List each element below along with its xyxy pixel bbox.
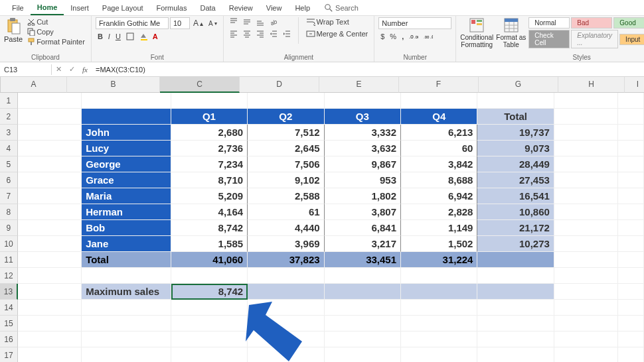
name-Bob[interactable]: Bob [82, 220, 171, 236]
cell-A6[interactable] [18, 172, 82, 188]
font-color-button[interactable]: A [151, 32, 160, 41]
max-sales-label[interactable]: Maximum sales [82, 284, 171, 300]
cell-H13[interactable] [554, 284, 618, 300]
cell-F7[interactable]: 6,942 [401, 188, 477, 204]
row-header-8[interactable]: 8 [0, 204, 18, 220]
cell-A10[interactable] [18, 236, 82, 252]
cell-C8[interactable]: 4,164 [171, 204, 248, 220]
cell-C4[interactable]: 2,736 [171, 141, 248, 156]
increase-indent-button[interactable] [281, 29, 293, 38]
tab-formulas[interactable]: Formulas [150, 1, 194, 15]
col-header-B[interactable]: B [67, 77, 160, 93]
cell-H14[interactable] [554, 300, 618, 316]
header-q3[interactable]: Q3 [325, 109, 401, 125]
cell-F8[interactable]: 2,828 [401, 204, 477, 220]
cell-B17[interactable] [82, 347, 171, 362]
cell-G5[interactable]: 28,449 [477, 156, 554, 172]
cell-D17[interactable] [248, 347, 324, 362]
row-header-14[interactable]: 14 [0, 300, 18, 316]
tab-data[interactable]: Data [193, 1, 222, 15]
row-header-6[interactable]: 6 [0, 172, 18, 188]
cell-A3[interactable] [18, 125, 82, 141]
align-left-button[interactable] [228, 29, 240, 38]
cell-A16[interactable] [18, 332, 82, 347]
align-right-button[interactable] [254, 29, 266, 38]
cell-A11[interactable] [18, 252, 82, 268]
cell-D10[interactable]: 3,969 [248, 236, 324, 252]
cell-F4[interactable]: 60 [401, 141, 477, 156]
cell-I11[interactable] [618, 252, 644, 268]
fill-color-button[interactable] [137, 32, 149, 41]
cancel-formula-button[interactable]: ✕ [52, 65, 65, 74]
totals-label[interactable]: Total [82, 252, 171, 268]
tab-insert[interactable]: Insert [64, 1, 96, 15]
cell-A17[interactable] [18, 347, 82, 362]
cell-E14[interactable] [325, 300, 401, 316]
name-Maria[interactable]: Maria [82, 188, 171, 204]
cell-E8[interactable]: 3,807 [325, 204, 401, 220]
cell-G12[interactable] [477, 268, 554, 284]
cell-D3[interactable]: 7,512 [248, 125, 324, 141]
cell-E15[interactable] [325, 316, 401, 332]
style-good[interactable]: Good [613, 17, 644, 29]
tab-home[interactable]: Home [31, 1, 64, 15]
cell-B12[interactable] [82, 268, 171, 284]
cell-A12[interactable] [18, 268, 82, 284]
cell-H6[interactable] [554, 172, 618, 188]
cell-C15[interactable] [171, 316, 248, 332]
cell-H5[interactable] [554, 156, 618, 172]
percent-button[interactable]: % [388, 32, 398, 41]
cell-C17[interactable] [171, 347, 248, 362]
header-q4[interactable]: Q4 [401, 109, 477, 125]
cell-E3[interactable]: 3,332 [325, 125, 401, 141]
merge-center-button[interactable]: Merge & Center [304, 29, 370, 38]
cell-G9[interactable]: 21,172 [477, 220, 554, 236]
cell-I3[interactable] [618, 125, 644, 141]
cell-D13[interactable] [248, 284, 324, 300]
cell-G15[interactable] [477, 316, 554, 332]
tab-review[interactable]: Review [222, 1, 260, 15]
cell-F9[interactable]: 1,149 [401, 220, 477, 236]
cell-H15[interactable] [554, 316, 618, 332]
style-check-cell[interactable]: Check Cell [528, 30, 570, 48]
cell-C7[interactable]: 5,209 [171, 188, 248, 204]
row-header-10[interactable]: 10 [0, 236, 18, 252]
col-header-H[interactable]: H [558, 77, 625, 93]
increase-font-button[interactable]: A▴ [191, 18, 205, 29]
cell-I14[interactable] [618, 300, 644, 316]
cell-D7[interactable]: 2,588 [248, 188, 324, 204]
name-John[interactable]: John [82, 125, 171, 141]
name-Jane[interactable]: Jane [82, 236, 171, 252]
cell-H3[interactable] [554, 125, 618, 141]
decrease-font-button[interactable]: A▾ [206, 19, 219, 28]
row-header-13[interactable]: 13 [0, 284, 18, 300]
cell-G4[interactable]: 9,073 [477, 141, 554, 156]
cell-C10[interactable]: 1,585 [171, 236, 248, 252]
col-header-E[interactable]: E [319, 77, 399, 93]
cell-D6[interactable]: 9,102 [248, 172, 324, 188]
cell-C12[interactable] [171, 268, 248, 284]
total-q3[interactable]: 33,451 [325, 252, 401, 268]
cell-A9[interactable] [18, 220, 82, 236]
style-bad[interactable]: Bad [571, 17, 612, 29]
cell-F12[interactable] [401, 268, 477, 284]
comma-button[interactable]: , [400, 32, 406, 41]
cell-C3[interactable]: 2,680 [171, 125, 248, 141]
total-q2[interactable]: 37,823 [248, 252, 324, 268]
cell-E1[interactable] [325, 93, 401, 109]
row-header-1[interactable]: 1 [0, 93, 18, 109]
decrease-indent-button[interactable] [268, 29, 280, 38]
row-header-17[interactable]: 17 [0, 347, 18, 362]
cell-I13[interactable] [618, 284, 644, 300]
cell-F14[interactable] [401, 300, 477, 316]
cell-C14[interactable] [171, 300, 248, 316]
cell-A2[interactable] [18, 109, 82, 125]
align-bottom-button[interactable] [254, 17, 266, 27]
cell-E16[interactable] [325, 332, 401, 347]
col-header-C[interactable]: C [160, 77, 240, 93]
col-header-I[interactable]: I [625, 77, 644, 93]
cell-E17[interactable] [325, 347, 401, 362]
header-total[interactable]: Total [477, 109, 554, 125]
row-header-9[interactable]: 9 [0, 220, 18, 236]
fx-button[interactable]: fx [78, 66, 92, 74]
